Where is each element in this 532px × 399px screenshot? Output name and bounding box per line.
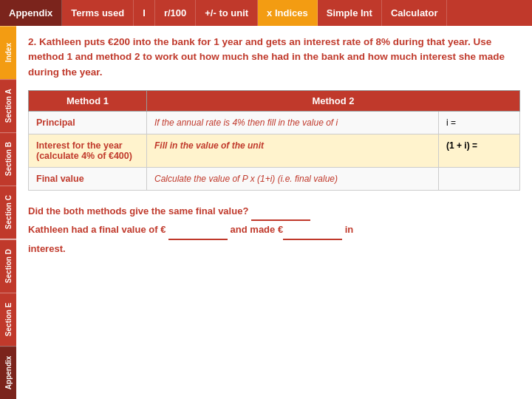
appendix-nav-button[interactable]: Appendix <box>0 0 62 26</box>
row2-method2-formula: (1 + i) = <box>439 134 520 167</box>
top-navigation-bar: Appendix Terms used I r/100 +/- to unit … <box>0 0 532 26</box>
row3-method2-desc: Calculate the value of P x (1+i) (i.e. f… <box>147 167 439 190</box>
table-header-method1: Method 1 <box>29 90 147 111</box>
sidebar-item-section-a[interactable]: Section A <box>0 79 16 132</box>
blank-final-value <box>168 221 228 239</box>
terms-used-button[interactable]: Terms used <box>62 0 134 26</box>
blank-same-value <box>251 202 310 221</box>
table-header-method2: Method 2 <box>147 90 520 111</box>
row1-label: Principal <box>29 111 147 134</box>
table-row: Principal If the annual rate is 4% then … <box>29 111 520 134</box>
sidebar-item-index[interactable]: Index <box>0 26 16 79</box>
calculator-button[interactable]: Calculator <box>382 0 448 26</box>
i-button[interactable]: I <box>134 0 155 26</box>
row2-label: Interest for the year (calculate 4% of €… <box>29 134 147 167</box>
main-content-area: 2. Kathleen puts €200 into the bank for … <box>16 26 532 399</box>
sidebar-item-section-b[interactable]: Section B <box>0 132 16 185</box>
bottom-line1: Did the both methods give the same final… <box>28 202 520 221</box>
r100-button[interactable]: r/100 <box>155 0 196 26</box>
row1-method2-desc: If the annual rate is 4% then fill in th… <box>147 111 439 134</box>
row2-method2-desc: Fill in the value of the unit <box>147 134 439 167</box>
table-row: Interest for the year (calculate 4% of €… <box>29 134 520 167</box>
blank-interest <box>283 221 342 239</box>
row1-method2-formula: i = <box>439 111 520 134</box>
row3-method2-formula <box>439 167 520 190</box>
row3-label: Final value <box>29 167 147 190</box>
question-text: 2. Kathleen puts €200 into the bank for … <box>28 35 520 80</box>
question-body: Kathleen puts €200 into the bank for 1 y… <box>28 36 505 78</box>
simple-int-button[interactable]: Simple Int <box>318 0 382 26</box>
sidebar-item-section-c[interactable]: Section C <box>0 185 16 239</box>
x-indices-button[interactable]: x Indices <box>258 0 318 26</box>
sidebar-item-appendix[interactable]: Appendix <box>0 346 16 399</box>
side-tabs-container: Index Section A Section B Section C Sect… <box>0 26 16 399</box>
table-row: Final value Calculate the value of P x (… <box>29 167 520 190</box>
methods-table: Method 1 Method 2 Principal If the annua… <box>28 90 520 191</box>
plus-minus-button[interactable]: +/- to unit <box>196 0 258 26</box>
bottom-text: Did the both methods give the same final… <box>28 202 520 257</box>
bottom-line2: Kathleen had a final value of € and made… <box>28 221 520 239</box>
sidebar-item-section-d[interactable]: Section D <box>0 239 16 293</box>
question-number: 2. <box>28 36 36 47</box>
sidebar-item-section-e[interactable]: Section E <box>0 293 16 346</box>
bottom-line3: interest. <box>28 240 520 257</box>
